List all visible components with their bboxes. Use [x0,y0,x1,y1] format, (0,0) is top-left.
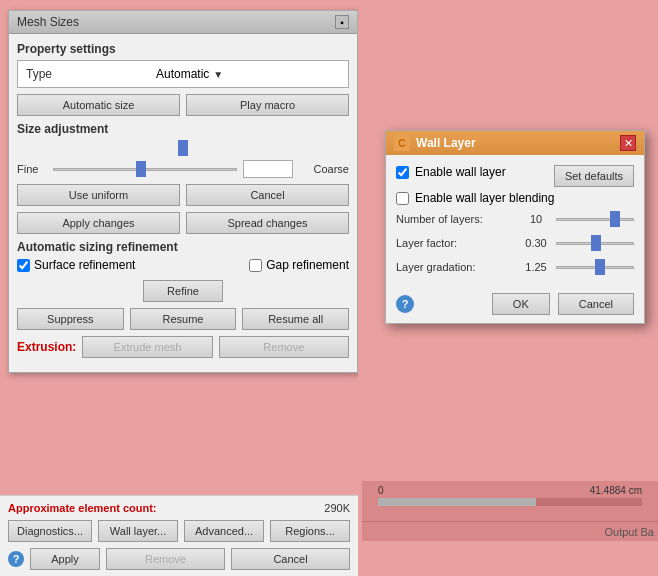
mesh-sizes-panel: Mesh Sizes ▪ Property settings Type Auto… [8,10,358,373]
approx-value: 290K [324,502,350,514]
refine-button[interactable]: Refine [143,280,223,302]
layer-gradation-label: Layer gradation: [396,261,516,273]
type-dropdown-arrow: ▼ [213,69,223,80]
suppress-button[interactable]: Suppress [17,308,124,330]
output-bar: Output Ba [362,521,658,541]
mesh-panel-title: Mesh Sizes [17,15,79,29]
surface-refinement-row: Surface refinement [17,258,135,272]
help-icon[interactable]: ? [8,551,24,567]
advanced-button[interactable]: Advanced... [184,520,264,542]
layer-gradation-thumb[interactable] [595,259,605,275]
extrusion-row: Extrusion: Extrude mesh Remove [17,336,349,358]
ruler-fill [378,498,536,506]
layer-gradation-value: 1.25 [516,261,556,273]
type-value: Automatic [156,67,209,81]
num-layers-thumb[interactable] [610,211,620,227]
extrude-mesh-button[interactable]: Extrude mesh [82,336,212,358]
wall-title-left: C Wall Layer [394,135,476,151]
num-layers-slider[interactable] [556,211,634,227]
wall-layer-icon: C [394,135,410,151]
mesh-panel-content: Property settings Type Automatic ▼ Autom… [9,34,357,372]
layer-gradation-slider[interactable] [556,259,634,275]
gap-refinement-checkbox[interactable] [249,259,262,272]
spread-changes-button[interactable]: Spread changes [186,212,349,234]
auto-sizing-label: Automatic sizing refinement [17,240,349,254]
wall-layer-dialog: C Wall Layer ✕ Enable wall layer Set def… [385,130,645,324]
gap-refinement-row: Gap refinement [249,258,349,272]
uniform-cancel-row: Use uniform Cancel [17,184,349,206]
size-adjustment-label: Size adjustment [17,122,349,136]
apply-changes-button[interactable]: Apply changes [17,212,180,234]
enable-blending-label: Enable wall layer blending [415,191,554,205]
wall-top-row: Enable wall layer Set defaults [396,165,634,187]
size-slider-thumb-top[interactable] [178,140,188,156]
surface-refinement-label: Surface refinement [34,258,135,272]
type-row: Type Automatic ▼ [22,65,344,83]
cancel-button[interactable]: Cancel [231,548,350,570]
mesh-bottom-bar: Approximate element count: 290K Diagnost… [0,495,358,576]
cancel-uniform-button[interactable]: Cancel [186,184,349,206]
enable-wall-layer-checkbox[interactable] [396,166,409,179]
suppress-resume-row: Suppress Resume Resume all [17,308,349,330]
ruler-left: 0 [378,485,384,496]
layer-gradation-track [556,266,634,269]
mesh-panel-close[interactable]: ▪ [335,15,349,29]
refinement-checkboxes-row: Surface refinement Gap refinement [17,258,349,274]
wall-dialog-close[interactable]: ✕ [620,135,636,151]
play-macro-button[interactable]: Play macro [186,94,349,116]
size-slider[interactable] [53,161,237,177]
surface-refinement-checkbox[interactable] [17,259,30,272]
size-slider-thumb[interactable] [136,161,146,177]
wall-cancel-button[interactable]: Cancel [558,293,634,315]
output-bar-text: Output Ba [604,526,654,538]
type-label: Type [26,67,156,81]
coarse-label: Coarse [299,163,349,175]
diagnostics-button[interactable]: Diagnostics... [8,520,92,542]
layer-factor-value: 0.30 [516,237,556,249]
enable-blending-checkbox[interactable] [396,192,409,205]
use-uniform-button[interactable]: Use uniform [17,184,180,206]
resume-all-button[interactable]: Resume all [242,308,349,330]
bottom-action-row: ? Apply Remove Cancel [8,548,350,570]
resume-button[interactable]: Resume [130,308,237,330]
ruler-labels: 0 41.4884 cm [378,485,642,496]
layer-factor-thumb[interactable] [591,235,601,251]
gap-refinement-label: Gap refinement [266,258,349,272]
ruler-area: 0 41.4884 cm [362,481,658,521]
regions-button[interactable]: Regions... [270,520,350,542]
layer-factor-slider[interactable] [556,235,634,251]
wall-bottom-row: ? OK Cancel [386,293,644,323]
num-layers-value: 10 [516,213,556,225]
wall-help-icon[interactable]: ? [396,295,414,313]
enable-blending-row: Enable wall layer blending [396,191,634,205]
wall-dialog-content: Enable wall layer Set defaults Enable wa… [386,155,644,293]
set-defaults-button[interactable]: Set defaults [554,165,634,187]
bottom-buttons-row: Diagnostics... Wall layer... Advanced...… [8,520,350,542]
extrusion-remove-button[interactable]: Remove [219,336,349,358]
num-layers-label: Number of layers: [396,213,516,225]
type-dropdown[interactable]: Automatic ▼ [156,67,223,81]
mesh-panel-titlebar: Mesh Sizes ▪ [9,11,357,34]
approx-label: Approximate element count: [8,502,157,514]
layer-factor-label: Layer factor: [396,237,516,249]
apply-spread-row: Apply changes Spread changes [17,212,349,234]
property-box: Type Automatic ▼ [17,60,349,88]
enable-wall-layer-row: Enable wall layer [396,165,506,179]
size-adjustment-section: Size adjustment Fine 1 Coarse [17,122,349,178]
remove-button[interactable]: Remove [106,548,225,570]
apply-button[interactable]: Apply [30,548,100,570]
size-slider-track [53,168,237,171]
automatic-size-button[interactable]: Automatic size [17,94,180,116]
ruler-right-val: 41.4884 cm [590,485,642,496]
wall-ok-button[interactable]: OK [492,293,550,315]
num-layers-track [556,218,634,221]
property-settings-label: Property settings [17,42,349,56]
size-value-input[interactable]: 1 [243,160,293,178]
layer-gradation-row: Layer gradation: 1.25 [396,259,634,275]
wall-dialog-titlebar: C Wall Layer ✕ [386,131,644,155]
wall-layer-button[interactable]: Wall layer... [98,520,178,542]
ruler-track [378,498,642,506]
layer-factor-track [556,242,634,245]
layer-factor-row: Layer factor: 0.30 [396,235,634,251]
num-layers-row: Number of layers: 10 [396,211,634,227]
